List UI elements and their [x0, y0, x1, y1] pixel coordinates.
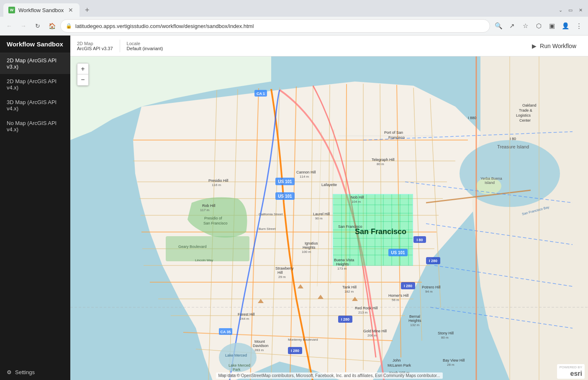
- sidebar-item-2d-v4[interactable]: 2D Map (ArcGIS API v4.x): [0, 74, 70, 95]
- esri-badge: POWERED BY esri: [557, 364, 585, 379]
- search-button[interactable]: 🔍: [493, 20, 504, 32]
- svg-text:104 m: 104 m: [352, 200, 361, 204]
- svg-text:213 m: 213 m: [358, 311, 368, 314]
- reload-button[interactable]: ↻: [32, 20, 44, 32]
- map-area[interactable]: Treasure Island Yerba Buena Island: [70, 56, 588, 380]
- svg-text:Gold Mine Hill: Gold Mine Hill: [363, 329, 387, 333]
- svg-text:80 m: 80 m: [377, 162, 384, 166]
- svg-text:I 80: I 80: [510, 137, 516, 141]
- svg-text:Telegraph Hill: Telegraph Hill: [372, 158, 395, 162]
- svg-text:244 m: 244 m: [240, 317, 249, 321]
- restore-button[interactable]: ▭: [566, 7, 575, 13]
- svg-text:Lake Merced: Lake Merced: [229, 363, 250, 367]
- app-container: Workflow Sandbox 2D Map (ArcGIS API v3.x…: [0, 36, 588, 380]
- svg-text:283 m: 283 m: [254, 348, 264, 352]
- svg-text:San Francisco: San Francisco: [355, 227, 406, 236]
- sidebar-title: Workflow Sandbox: [0, 36, 70, 53]
- tab-bar: W Workflow Sandbox ✕ + ⌄ ▭ ✕: [0, 0, 588, 17]
- run-workflow-label: Run Workflow: [540, 43, 576, 49]
- menu-button[interactable]: ⋮: [573, 20, 585, 32]
- svg-text:Lafayette: Lafayette: [321, 183, 337, 187]
- tab-favicon: W: [8, 7, 15, 13]
- map-svg: Treasure Island Yerba Buena Island: [70, 56, 588, 380]
- run-workflow-button[interactable]: ▶ Run Workflow: [527, 39, 581, 53]
- zoom-out-button[interactable]: −: [77, 74, 88, 85]
- svg-text:Heights: Heights: [408, 319, 421, 323]
- minimize-button[interactable]: ⌄: [556, 7, 565, 13]
- address-bar[interactable]: 🔒 latitudegeo.apps.vertigisstudio.com/wo…: [60, 19, 490, 33]
- svg-text:Logistics: Logistics: [516, 113, 531, 117]
- svg-text:Presidio Hill: Presidio Hill: [208, 179, 229, 183]
- svg-text:I 880: I 880: [468, 116, 476, 120]
- svg-text:Potrero Hill: Potrero Hill: [422, 285, 441, 289]
- svg-text:US 101: US 101: [278, 194, 292, 199]
- svg-text:Lincoln Way: Lincoln Way: [195, 258, 213, 262]
- address-bar-row: ← → ↻ 🏠 🔒 latitudegeo.apps.vertigisstudi…: [0, 17, 588, 35]
- svg-rect-35: [166, 236, 249, 261]
- browser-tab[interactable]: W Workflow Sandbox ✕: [3, 3, 80, 17]
- svg-text:Rob Hill: Rob Hill: [202, 204, 216, 208]
- share-button[interactable]: ↗: [506, 20, 518, 32]
- back-button[interactable]: ←: [3, 20, 15, 32]
- forward-button[interactable]: →: [18, 20, 29, 32]
- svg-text:San Francisco: San Francisco: [203, 221, 228, 225]
- svg-text:29 m: 29 m: [278, 275, 286, 279]
- svg-text:206 m: 206 m: [367, 334, 377, 337]
- split-view-button[interactable]: ▣: [546, 20, 558, 32]
- sidebar-item-3d-v4[interactable]: 3D Map (ArcGIS API v4.x): [0, 95, 70, 116]
- svg-text:56 m: 56 m: [392, 298, 399, 302]
- close-window-button[interactable]: ✕: [576, 7, 585, 13]
- settings-item[interactable]: ⚙ Settings: [0, 364, 70, 380]
- svg-text:John: John: [393, 358, 401, 362]
- main-content: 2D Map ArcGIS API v3.37 Locale Default (…: [70, 36, 588, 380]
- toolbar: 2D Map ArcGIS API v3.37 Locale Default (…: [70, 36, 588, 56]
- svg-text:San Francisco: San Francisco: [338, 224, 362, 229]
- url-text: latitudegeo.apps.vertigisstudio.com/work…: [75, 23, 485, 29]
- svg-text:114 m: 114 m: [300, 175, 309, 179]
- toolbar-divider: [120, 40, 120, 52]
- settings-label: Settings: [15, 369, 35, 375]
- svg-text:28 m: 28 m: [447, 363, 454, 367]
- new-tab-button[interactable]: +: [81, 4, 93, 16]
- svg-text:Park: Park: [233, 367, 241, 372]
- powered-by-text: POWERED BY: [560, 365, 582, 370]
- svg-text:80 m: 80 m: [441, 336, 449, 339]
- sidebar-item-2d-v3[interactable]: 2D Map (ArcGIS API v3.x): [0, 53, 70, 74]
- svg-text:McLaren Park: McLaren Park: [388, 363, 411, 367]
- tab-close-button[interactable]: ✕: [67, 6, 74, 14]
- home-button[interactable]: 🏠: [46, 20, 58, 32]
- svg-text:Homer's Hill: Homer's Hill: [388, 293, 408, 298]
- svg-text:Trade &: Trade &: [519, 108, 532, 112]
- svg-text:Mount: Mount: [254, 339, 265, 344]
- locale-value: Default (invariant): [127, 46, 163, 51]
- sidebar: Workflow Sandbox 2D Map (ArcGIS API v3.x…: [0, 36, 70, 380]
- svg-text:Heights: Heights: [303, 245, 316, 250]
- tab-right-controls: ⌄ ▭ ✕: [556, 7, 585, 13]
- tab-title: Workflow Sandbox: [18, 7, 64, 13]
- sidebar-item-no-map[interactable]: No Map (ArcGIS API v4.x): [0, 116, 70, 137]
- svg-text:I 280: I 280: [341, 317, 349, 321]
- svg-text:Burn Street: Burn Street: [259, 227, 276, 231]
- extensions-button[interactable]: ⬡: [533, 20, 544, 32]
- map-attribution: Map data © OpenStreetMap contributors, M…: [216, 372, 442, 379]
- locale-label: Locale: [127, 41, 163, 46]
- svg-text:Buena Vista: Buena Vista: [334, 258, 354, 262]
- svg-text:Oakland: Oakland: [522, 103, 537, 107]
- profile-button[interactable]: 👤: [560, 20, 571, 32]
- svg-text:Red Rock Hill: Red Rock Hill: [355, 306, 378, 310]
- svg-text:Laurel Hill: Laurel Hill: [313, 212, 330, 216]
- svg-text:132 m: 132 m: [410, 323, 420, 327]
- bookmark-button[interactable]: ☆: [519, 20, 531, 32]
- locale-group: Locale Default (invariant): [127, 41, 163, 51]
- svg-text:117 m: 117 m: [200, 208, 210, 212]
- svg-text:100 m: 100 m: [302, 250, 311, 254]
- svg-text:116 m: 116 m: [212, 183, 221, 187]
- svg-text:173 m: 173 m: [337, 267, 347, 270]
- zoom-in-button[interactable]: +: [77, 64, 88, 74]
- svg-text:Presidio of: Presidio of: [204, 216, 222, 220]
- map-type-group: 2D Map ArcGIS API v3.37: [77, 41, 113, 51]
- svg-text:Geary Boulevard: Geary Boulevard: [178, 245, 207, 249]
- svg-text:California Street: California Street: [259, 212, 283, 216]
- map-type-label: 2D Map: [77, 41, 113, 46]
- map-zoom-controls: + −: [77, 63, 89, 86]
